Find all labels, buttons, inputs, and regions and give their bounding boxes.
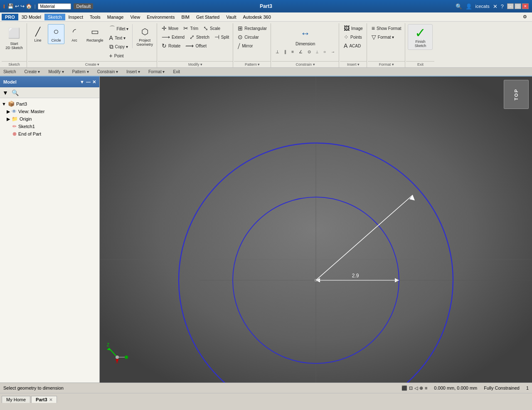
- menu-view[interactable]: View: [127, 14, 143, 20]
- show-format-button[interactable]: ≡ Show Format: [369, 24, 404, 32]
- tab-control-2[interactable]: ⊡: [409, 385, 413, 391]
- minimize-button[interactable]: −: [507, 3, 514, 9]
- copy-button[interactable]: ⧉ Copy ▾: [107, 42, 131, 51]
- part3-label: Part3: [16, 101, 27, 106]
- finish-sketch-button[interactable]: ✓ FinishSketch: [408, 24, 433, 50]
- tab-part3[interactable]: Part3 ✕: [31, 396, 57, 403]
- create-bottom-label[interactable]: Create ▾: [25, 69, 40, 74]
- sidebar-header: Model ▼ — ✕: [0, 77, 99, 87]
- tab-bar-controls: ⬛ ⊡ ◁ ⊕ ≡: [401, 385, 427, 391]
- viewport[interactable]: 2.9 TOP Z X: [100, 77, 532, 383]
- search-tree-icon[interactable]: 🔍: [11, 89, 20, 97]
- offset-button[interactable]: ⟿ Offset: [183, 42, 209, 50]
- menu-vault[interactable]: Vault: [223, 14, 239, 20]
- sidebar-expand-icon[interactable]: ▼: [80, 79, 84, 85]
- tab-my-home[interactable]: My Home: [2, 396, 30, 403]
- modify-bottom-label[interactable]: Modify ▾: [48, 69, 64, 74]
- rectangle-button[interactable]: ▭ Rectangle: [84, 24, 106, 44]
- menu-environments[interactable]: Environments: [143, 14, 178, 20]
- insert-bottom-label[interactable]: Insert ▾: [126, 69, 140, 74]
- circular-button[interactable]: ⊙ Circular: [236, 33, 269, 41]
- end-of-part-label: End of Part: [18, 131, 41, 136]
- constrain-tool-4[interactable]: ∠: [297, 49, 305, 55]
- tree-item-end-of-part[interactable]: ⊗ End of Part: [0, 130, 99, 138]
- project-geometry-button[interactable]: ⬡ ProjectGeometry: [134, 24, 155, 48]
- menubar: PRO 3D Model Sketch Inspect Tools Manage…: [0, 12, 532, 22]
- menu-inspect[interactable]: Inspect: [65, 14, 86, 20]
- tree-item-part3[interactable]: ▼ 📦 Part3: [0, 100, 99, 108]
- dimension-button[interactable]: ↔ Dimension: [293, 24, 317, 48]
- material-search[interactable]: [38, 3, 71, 10]
- stretch-button[interactable]: ⤢ Stretch: [187, 33, 212, 41]
- menu-pro[interactable]: PRO: [2, 14, 18, 20]
- end-of-part-icon: ⊗: [12, 131, 17, 137]
- text-button[interactable]: A Text ▾: [107, 34, 131, 42]
- constrain-tool-5[interactable]: ⊙: [305, 49, 313, 55]
- menu-manage[interactable]: Manage: [104, 14, 127, 20]
- image-button[interactable]: 🖼 Image: [342, 24, 365, 32]
- menu-get-started[interactable]: Get Started: [193, 14, 223, 20]
- format-button[interactable]: ▽ Format ▾: [369, 33, 404, 41]
- filter-icon[interactable]: ▼: [2, 89, 9, 97]
- tree-item-origin[interactable]: ▶ 📁 Origin: [0, 115, 99, 123]
- exit-bottom-label[interactable]: Exit: [173, 69, 180, 74]
- format-bottom-label[interactable]: Format ▾: [148, 69, 165, 74]
- mirror-button[interactable]: ⧸ Mirror: [236, 42, 269, 50]
- point-button[interactable]: + Point: [107, 52, 131, 60]
- view-cube[interactable]: TOP: [504, 80, 529, 109]
- pattern-bottom-label[interactable]: Pattern ▾: [72, 69, 89, 74]
- tab-control-3[interactable]: ◁: [414, 385, 418, 391]
- constrain-bottom-label[interactable]: Constrain ▾: [97, 69, 118, 74]
- tab-control-5[interactable]: ≡: [425, 385, 427, 391]
- extend-button[interactable]: ⟶ Extend: [160, 33, 187, 41]
- constrain-tool-6[interactable]: ⟂: [314, 49, 320, 55]
- split-button[interactable]: ⊣ Split: [212, 33, 231, 41]
- part3-tab-close[interactable]: ✕: [49, 398, 52, 402]
- circle-button[interactable]: ○ Circle: [48, 24, 64, 44]
- close-app-icon[interactable]: ✕: [493, 3, 498, 10]
- menu-tools[interactable]: Tools: [86, 14, 104, 20]
- constrain-tool-8[interactable]: →: [329, 49, 337, 55]
- tab-control-4[interactable]: ⊕: [419, 385, 423, 391]
- create-section: ╱ Line ○ Circle ◜ Arc: [28, 23, 157, 67]
- sidebar-close-icon[interactable]: ✕: [92, 79, 96, 85]
- status-message: Select geometry to dimension: [3, 385, 64, 390]
- close-button[interactable]: ✕: [522, 3, 529, 9]
- svg-text:2.9: 2.9: [352, 273, 359, 279]
- tree-item-view-master[interactable]: ▶ 👁 View: Master: [0, 108, 99, 115]
- menu-bim[interactable]: BIM: [178, 14, 193, 20]
- menu-settings[interactable]: ⚙: [520, 13, 530, 20]
- tree-item-sketch1[interactable]: ✏ Sketch1: [0, 123, 99, 130]
- quick-access-bar: 💾 ↩ ↪ 🏠: [7, 3, 32, 9]
- help-icon[interactable]: ?: [501, 3, 504, 10]
- coordinates: 0.000 mm, 0.000 mm: [434, 385, 477, 390]
- trim-button[interactable]: ✂ Trim: [181, 24, 200, 32]
- maximize-button[interactable]: □: [515, 3, 521, 9]
- scale-button[interactable]: ⤡ Scale: [201, 24, 222, 32]
- view-master-icon: 👁: [12, 109, 17, 114]
- tab-control-1[interactable]: ⬛: [401, 385, 407, 391]
- sketch-section-label: Sketch: [2, 61, 27, 67]
- menu-sketch[interactable]: Sketch: [44, 14, 65, 20]
- username: icecats: [475, 4, 490, 9]
- line-button[interactable]: ╱ Line: [30, 24, 46, 44]
- sidebar-minimize-icon[interactable]: —: [86, 79, 91, 85]
- modify-section-label: Modify ▾: [158, 61, 233, 67]
- rotate-button[interactable]: ↻ Rotate: [160, 42, 182, 50]
- acad-button[interactable]: A ACAD: [342, 42, 365, 50]
- constrain-tool-7[interactable]: ○: [321, 49, 328, 55]
- move-button[interactable]: ✛ Move: [160, 24, 180, 32]
- menu-3d-model[interactable]: 3D Model: [18, 14, 44, 20]
- start-2d-sketch-button[interactable]: ⬜ Start2D Sketch: [3, 24, 25, 52]
- exit-section: ✓ FinishSketch Exit: [406, 23, 434, 67]
- constrain-tool-3[interactable]: ≡: [289, 49, 296, 55]
- arc-button[interactable]: ◜ Arc: [66, 24, 83, 44]
- menu-autodesk-360[interactable]: Autodesk 360: [240, 14, 274, 20]
- rectangular-button[interactable]: ⊞ Rectangular: [236, 24, 269, 32]
- points-button[interactable]: ⁘ Points: [342, 33, 365, 41]
- constrain-tool-2[interactable]: ∥: [282, 49, 288, 55]
- fillet-button[interactable]: ⌒ Fillet ▾: [107, 24, 131, 33]
- search-icon[interactable]: 🔍: [456, 3, 462, 10]
- sketch-bottom-label[interactable]: Sketch: [3, 69, 16, 74]
- constrain-tool-1[interactable]: ⊥: [273, 49, 281, 55]
